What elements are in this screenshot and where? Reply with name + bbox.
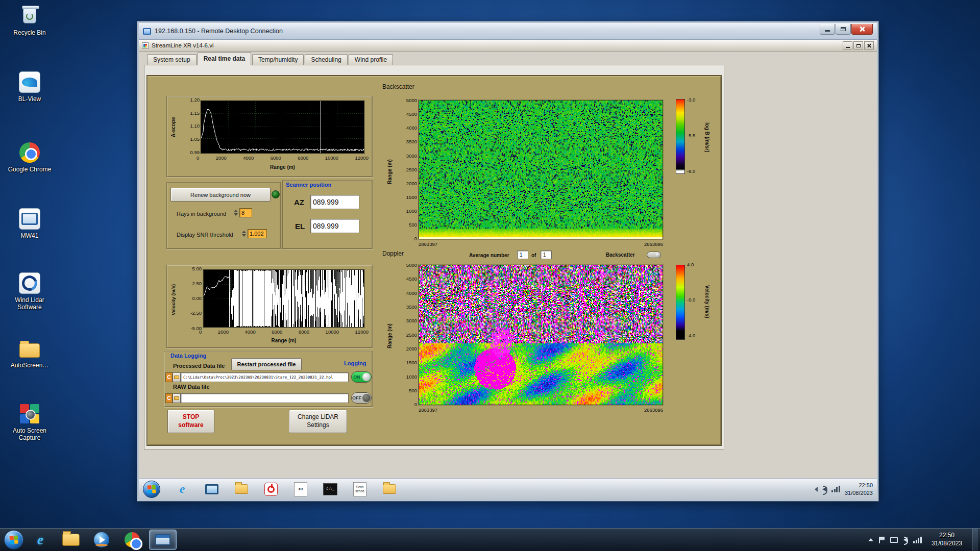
backscatter-plot (419, 100, 663, 239)
desktop-icon-google-chrome[interactable]: Google Chrome (5, 141, 54, 173)
display-icon[interactable] (890, 537, 898, 543)
processed-drive-box[interactable]: C (165, 372, 173, 382)
taskbar-clock[interactable]: 22:50 31/08/2023 (927, 532, 966, 547)
ascope-y-axis-label: A-scope (169, 101, 177, 154)
monitor-app-taskbar-icon[interactable] (204, 482, 219, 497)
data-logging-group: Data Logging Processed Data file Restart… (164, 351, 373, 407)
tab-wind-profile[interactable]: Wind profile (349, 54, 393, 65)
desktop-icon-wind-lidar-software[interactable]: Wind Lidar Software (5, 271, 54, 311)
maximize-icon (841, 27, 846, 31)
desktop-icon-recycle-bin[interactable]: Recycle Bin (5, 4, 54, 37)
tick-label: 1.20 (190, 97, 200, 103)
snr-threshold-field[interactable]: 1.002 (248, 229, 267, 238)
processed-logging-toggle[interactable]: ON (351, 371, 372, 383)
az-field[interactable]: 089.999 (310, 195, 359, 209)
el-field[interactable]: 089.999 (310, 219, 359, 233)
processed-browse-button[interactable] (173, 372, 181, 382)
stop-app-taskbar-icon[interactable] (263, 482, 279, 497)
rdp-titlebar[interactable]: 192.168.0.150 - Remote Desktop Connectio… (139, 23, 877, 40)
snr-spinner[interactable] (241, 229, 246, 238)
raw-logging-toggle[interactable]: OFF (351, 392, 372, 404)
toggle-knob (362, 394, 371, 402)
toggle-on-label: ON (352, 374, 362, 380)
tab-scheduling[interactable]: Scheduling (305, 54, 347, 65)
recycle-bin-icon (18, 4, 41, 28)
velocity-x-ticks: 020004000600080001000012000 (199, 330, 369, 335)
tab-system-setup[interactable]: System setup (147, 54, 197, 65)
action-center-flag-icon[interactable] (879, 537, 885, 543)
doppler-y-axis-label: Range (m) (385, 303, 394, 369)
average-count-field[interactable]: 1 (541, 251, 552, 259)
taskbar-explorer-button[interactable] (57, 530, 85, 550)
rdp-close-button[interactable] (851, 24, 873, 35)
tab-real-time-data[interactable]: Real time data (198, 52, 251, 65)
app-titlebar[interactable]: StreamLine XR v14-6.vi (139, 40, 877, 52)
tab-temp-humidity[interactable]: Temp/humidity (252, 54, 304, 65)
taskbar-chrome-button[interactable] (118, 530, 146, 550)
taskbar-ie-button[interactable]: e (27, 530, 54, 550)
tick-label: 4.0 (687, 262, 694, 267)
tick-label: 8000 (298, 156, 308, 161)
processed-file-path-field[interactable]: C:\Lidar\Data\Proc\2023\202308\20230831\… (181, 372, 349, 382)
raw-browse-button[interactable] (173, 393, 181, 403)
doppler-plot (419, 265, 663, 405)
xr-vi-taskbar-icon[interactable]: XR (293, 482, 308, 497)
folder2-taskbar-icon[interactable] (382, 482, 397, 497)
front-panel: A-scope 1.201.151.101.050.99 02000400060… (146, 75, 722, 446)
tab-label: Temp/humidity (258, 56, 298, 63)
stop-software-button[interactable]: STOP software (167, 410, 214, 433)
desktop-icon-auto-screen-capture[interactable]: Auto Screen Capture (5, 402, 54, 442)
tick-label: 5.00 (192, 266, 202, 271)
average-number-field[interactable]: 1 (517, 251, 528, 259)
command-prompt-taskbar-icon[interactable]: C:\_ (323, 482, 338, 497)
doppler-title: Doppler (382, 250, 404, 257)
wind-lidar-icon (18, 271, 41, 295)
auto-screen-capture-icon (18, 402, 41, 425)
desktop-icon-autoscreen[interactable]: AutoScreen… (5, 337, 54, 369)
rdp-minimize-button[interactable] (820, 24, 835, 35)
app-close-button[interactable] (864, 41, 874, 49)
background-controls-group: Renew background now Rays in background … (166, 182, 281, 249)
app-minimize-button[interactable] (843, 41, 852, 49)
rdp-window-icon (155, 534, 170, 545)
scan-sched-taskbar-icon[interactable]: Scan sched (352, 482, 368, 497)
tick-label: 4000 (406, 126, 417, 131)
renew-background-button[interactable]: Renew background now (170, 188, 271, 202)
show-hidden-icons-button[interactable] (868, 538, 873, 541)
backscatter-colorbar-ticks: -3.0-5.5-8.0 (687, 97, 695, 173)
start-button[interactable] (4, 530, 23, 549)
tick-label: 4500 (406, 277, 417, 282)
app-restore-button[interactable] (853, 41, 863, 49)
taskbar-media-player-button[interactable] (88, 530, 115, 550)
backscatter-x-ticks: 28633972863896 (419, 242, 663, 247)
taskbar: e 22:50 31/08/2023 (0, 528, 980, 551)
tick-label: 4000 (406, 291, 417, 296)
chevron-left-icon[interactable] (815, 487, 818, 492)
rdp-maximize-button[interactable] (836, 24, 851, 35)
tick-label: -8.0 (687, 169, 695, 174)
volume-icon[interactable] (903, 537, 908, 542)
remote-clock[interactable]: 22:50 31/08/2023 (845, 482, 873, 496)
show-desktop-button[interactable] (972, 529, 978, 551)
network-icon[interactable] (913, 537, 922, 543)
doppler-colorbar-label: Velocity (m/s) (703, 266, 711, 337)
remote-start-button[interactable] (143, 481, 160, 498)
desktop-icon-mw41[interactable]: MW41 (5, 207, 54, 240)
network-icon[interactable] (831, 486, 840, 492)
folder-taskbar-icon[interactable] (234, 482, 249, 497)
tick-label: 1500 (406, 195, 417, 200)
backscatter-display-toggle[interactable] (647, 252, 661, 258)
ie-taskbar-icon[interactable]: e (175, 482, 190, 497)
raw-file-path-field[interactable] (181, 393, 349, 403)
tick-label: -4.0 (687, 333, 695, 338)
desktop-icon-bl-view[interactable]: BL-View (5, 70, 54, 103)
rays-in-background-field[interactable]: 8 (239, 208, 252, 217)
restart-processed-file-button[interactable]: Restart processed file (231, 358, 302, 370)
taskbar-rdp-button-active[interactable] (149, 530, 177, 550)
raw-drive-box[interactable]: C (165, 393, 173, 403)
change-lidar-settings-button[interactable]: Change LiDAR Settings (289, 410, 347, 433)
rays-spinner[interactable] (233, 208, 238, 217)
volume-icon[interactable] (822, 487, 827, 492)
tick-label: 2863896 (644, 408, 663, 413)
folder-icon (174, 396, 179, 400)
